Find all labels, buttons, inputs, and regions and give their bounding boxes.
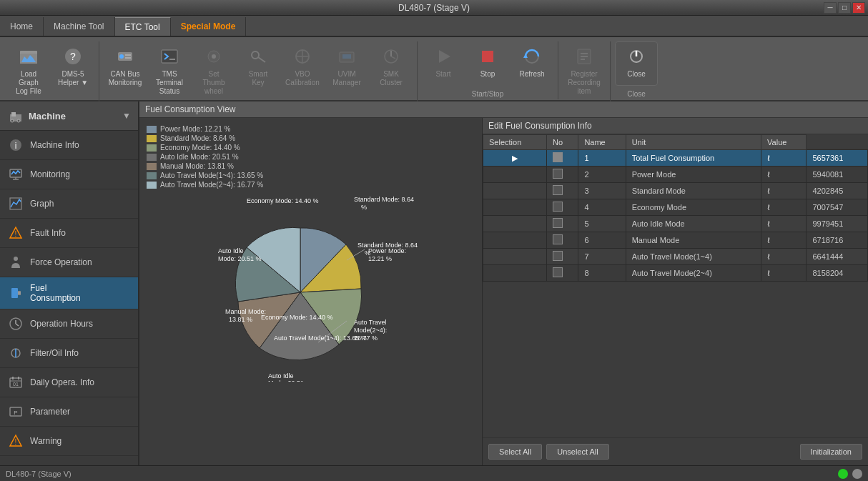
cell-checkbox[interactable] [547, 249, 578, 265]
tab-special-mode[interactable]: Special Mode [171, 17, 247, 36]
initialization-button[interactable]: Initialization [800, 444, 862, 460]
refresh-button[interactable]: Refresh [511, 41, 553, 86]
cell-checkbox[interactable] [547, 199, 578, 216]
set-thumb-button[interactable]: Set Thumbwheel [192, 41, 235, 99]
sidebar-label-fault-info: Fault Info [30, 228, 66, 238]
cell-unit: ℓ [761, 265, 807, 282]
sidebar-label-monitoring: Monitoring [30, 169, 70, 179]
close-tool-button[interactable]: Close [615, 41, 658, 86]
smk-cluster-button[interactable]: SMK Cluster [370, 41, 413, 99]
cell-checkbox[interactable] [547, 167, 578, 183]
table-row: ▶ 1 Total Fuel Consumption ℓ 5657361 [483, 150, 868, 167]
sidebar-label-filter-oil: Filter/Oil Info [30, 348, 79, 358]
sidebar-item-filter-oil[interactable]: Filter/Oil Info [0, 339, 138, 368]
sidebar-item-parameter[interactable]: P Parameter [0, 397, 138, 427]
register-button[interactable]: RegisterRecording item [563, 41, 606, 99]
sidebar-item-machine-info[interactable]: i Machine Info [0, 131, 138, 160]
cell-name: Standard Mode [626, 183, 761, 199]
unselect-all-button[interactable]: Unselect All [546, 444, 608, 460]
legend-label-6: Auto Travel Mode(1~4): 13.65 % [160, 172, 263, 179]
checkbox-3[interactable] [553, 185, 563, 195]
clock-icon [7, 315, 24, 332]
tms-terminal-label: TMS TerminalStatus [153, 70, 186, 96]
sidebar-item-fuel-consumption[interactable]: FuelConsumption [0, 277, 138, 309]
tab-machine-tool[interactable]: Machine Tool [44, 17, 115, 36]
uvim-button[interactable]: UVIM Manager [325, 41, 368, 99]
start-button[interactable]: Start [422, 41, 465, 86]
table-row: 6 Manual Mode ℓ 6718716 [483, 232, 868, 249]
cell-value: 7007547 [807, 199, 868, 216]
svg-text:Mode: 20.51: Mode: 20.51 [268, 380, 304, 382]
cell-checkbox[interactable] [547, 183, 578, 199]
cell-value: 9979451 [807, 216, 868, 232]
uvim-label: UVIM Manager [330, 70, 363, 87]
sidebar-item-force-operation[interactable]: Force Operation [0, 248, 138, 277]
sidebar-label-parameter: Parameter [30, 407, 70, 417]
cell-value: 6718716 [807, 232, 868, 249]
sidebar-item-fault-info[interactable]: ! Fault Info [0, 219, 138, 248]
legend-color-5 [147, 163, 157, 170]
maximize-button[interactable]: □ [838, 2, 851, 14]
cell-checkbox[interactable] [547, 216, 578, 232]
sidebar-header: Machine ▼ [0, 101, 138, 131]
checkbox-8[interactable] [553, 267, 563, 277]
sidebar-item-graph[interactable]: Graph [0, 189, 138, 219]
select-all-button[interactable]: Select All [488, 444, 542, 460]
can-bus-button[interactable]: CAN BusMonitoring [104, 41, 147, 99]
dms5-label: DMS-5Helper ▼ [58, 70, 88, 87]
tab-etc-tool[interactable]: ETC Tool [115, 17, 171, 36]
cell-checkbox[interactable] [547, 150, 578, 167]
close-window-button[interactable]: ✕ [852, 2, 865, 14]
checkbox-1[interactable] [553, 152, 563, 162]
cell-value: 8158204 [807, 265, 868, 282]
filter-icon [7, 344, 24, 362]
svg-point-12 [252, 51, 259, 59]
stop-button[interactable]: Stop [466, 41, 509, 86]
sidebar-item-warning[interactable]: ! Warning [0, 427, 138, 456]
right-panel: Edit Fuel Consumption Info Selection No … [483, 118, 868, 465]
smart-key-button[interactable]: SmartKey [237, 41, 280, 99]
checkbox-4[interactable] [553, 202, 563, 212]
checkbox-2[interactable] [553, 169, 563, 179]
cell-no: 6 [578, 232, 626, 249]
tms-terminal-button[interactable]: TMS TerminalStatus [148, 41, 191, 99]
pie-chart-container: Economy Mode: 14.40 % Standard Mode: 8.6… [147, 196, 475, 382]
sidebar-item-daily-opera[interactable]: 01 Daily Opera. Info [0, 368, 138, 397]
right-panel-header: Edit Fuel Consumption Info [483, 118, 868, 134]
col-name: Name [578, 135, 626, 150]
cell-unit: ℓ [761, 232, 807, 249]
machine-icon [7, 107, 24, 124]
sidebar-item-operation-hours[interactable]: Operation Hours [0, 309, 138, 339]
checkbox-7[interactable] [553, 251, 563, 261]
legend-item-3: Economy Mode: 14.40 % [147, 144, 475, 152]
sidebar-dropdown-icon[interactable]: ▼ [122, 111, 131, 121]
sidebar-item-monitoring[interactable]: Monitoring [0, 160, 138, 189]
svg-rect-8 [162, 50, 177, 63]
load-graph-button[interactable]: Load GraphLog File [7, 41, 50, 99]
col-selection: Selection [483, 135, 547, 150]
cell-value: 5940081 [807, 167, 868, 183]
cell-no: 2 [578, 167, 626, 183]
cell-checkbox[interactable] [547, 232, 578, 249]
minimize-button[interactable]: ─ [824, 2, 837, 14]
info-icon: i [7, 137, 24, 154]
checkbox-5[interactable] [553, 218, 563, 228]
tab-home[interactable]: Home [0, 17, 44, 36]
cell-checkbox[interactable] [547, 265, 578, 282]
toolbar-items-register: RegisterRecording item [563, 41, 606, 99]
toolbar-items-tool: CAN BusMonitoring TMS TerminalStatus [104, 41, 413, 99]
dms5-button[interactable]: ? DMS-5Helper ▼ [51, 41, 94, 99]
cell-no: 4 [578, 199, 626, 216]
svg-rect-7 [125, 57, 131, 59]
calibrate-icon [291, 45, 314, 68]
cell-arrow [483, 183, 547, 199]
fault-icon: ! [7, 224, 24, 242]
can-bus-label: CAN BusMonitoring [109, 70, 142, 87]
right-panel-content: Edit Fuel Consumption Info Selection No … [483, 118, 868, 465]
vbo-cal-button[interactable]: VBO Calibration [281, 41, 324, 99]
smart-key-label: SmartKey [249, 70, 268, 87]
svg-marker-20 [439, 50, 450, 63]
parameter-icon: P [7, 403, 24, 420]
toolbar-items-startstop: Start Stop Refresh [422, 41, 553, 86]
checkbox-6[interactable] [553, 234, 563, 244]
